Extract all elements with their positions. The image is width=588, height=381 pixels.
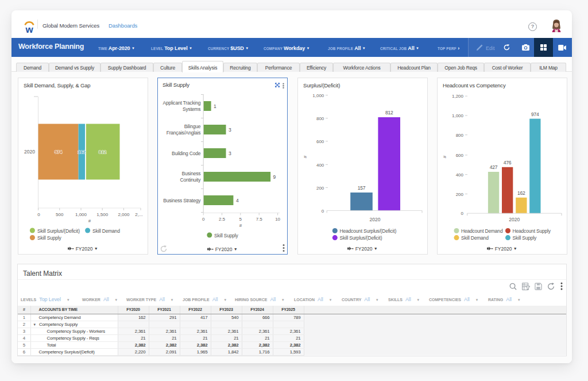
svg-text:Skill Supply: Skill Supply: [513, 235, 537, 241]
svg-text:Continuity: Continuity: [180, 177, 201, 183]
svg-text:4: 4: [236, 198, 239, 203]
svg-text:1: 1: [214, 103, 216, 109]
svg-text:0: 0: [461, 211, 464, 216]
svg-text:Skill Supply: Skill Supply: [214, 232, 238, 238]
svg-text:1,200: 1,200: [452, 94, 464, 99]
svg-text:Business Strategy: Business Strategy: [163, 198, 201, 203]
svg-text:200: 200: [456, 192, 464, 197]
svg-text:#: #: [239, 223, 242, 228]
svg-text:2,...: 2,...: [135, 212, 142, 217]
svg-text:Skill Surplus/(Deficit): Skill Surplus/(Deficit): [340, 235, 382, 241]
svg-text:2020: 2020: [24, 149, 35, 155]
svg-text:974: 974: [55, 149, 63, 155]
svg-text:800: 800: [456, 133, 464, 138]
svg-text:200: 200: [316, 186, 324, 191]
svg-text:2,000: 2,000: [118, 212, 130, 217]
svg-text:162: 162: [517, 190, 525, 196]
svg-text:Business: Business: [181, 171, 200, 176]
svg-text:600: 600: [316, 139, 324, 144]
svg-text:Skill Demand: Skill Demand: [461, 235, 489, 241]
svg-text:w: w: [25, 24, 33, 34]
svg-text:#: #: [303, 155, 308, 158]
svg-text:812: 812: [99, 149, 107, 155]
svg-text:974: 974: [531, 111, 539, 117]
svg-text:5: 5: [239, 217, 242, 222]
svg-text:157: 157: [358, 185, 366, 191]
svg-text:427: 427: [490, 164, 498, 170]
svg-text:500: 500: [56, 212, 64, 217]
svg-text:10: 10: [275, 217, 280, 222]
svg-text:Headcount Surplus/(Deficit): Headcount Surplus/(Deficit): [340, 228, 397, 234]
svg-text:2.5: 2.5: [218, 217, 225, 222]
svg-text:476: 476: [504, 160, 512, 166]
svg-text:3: 3: [229, 151, 231, 156]
svg-text:0: 0: [322, 209, 324, 214]
svg-text:3: 3: [229, 127, 231, 133]
svg-text:Building Code: Building Code: [171, 151, 200, 156]
svg-text:Applicant Tracking: Applicant Tracking: [163, 100, 200, 106]
svg-text:400: 400: [456, 172, 464, 178]
svg-text:Systems: Systems: [183, 106, 200, 112]
svg-text:812: 812: [385, 110, 393, 116]
svg-text:Skill Supply: Skill Supply: [37, 235, 61, 241]
svg-text:Headcount Demand: Headcount Demand: [461, 228, 503, 234]
svg-text:Edit: Edit: [486, 45, 495, 51]
svg-text:600: 600: [456, 153, 464, 158]
svg-text:Skill Demand: Skill Demand: [92, 228, 120, 234]
svg-text:0: 0: [202, 217, 204, 222]
svg-text:#: #: [88, 218, 91, 224]
svg-text:Skill Surplus/(Deficit): Skill Surplus/(Deficit): [37, 228, 80, 234]
svg-text:7.5: 7.5: [256, 217, 262, 222]
svg-text:400: 400: [316, 163, 324, 168]
svg-text:1,500: 1,500: [96, 212, 109, 217]
svg-text:0: 0: [37, 212, 40, 217]
svg-text:2020: 2020: [370, 217, 381, 222]
svg-text:2020: 2020: [509, 217, 520, 222]
svg-text:Headcount Supply: Headcount Supply: [513, 228, 551, 234]
svg-text:162: 162: [78, 149, 86, 155]
svg-text:1,000: 1,000: [452, 113, 464, 118]
svg-text:800: 800: [316, 116, 324, 121]
svg-text:#: #: [442, 155, 447, 158]
svg-text:9: 9: [273, 174, 276, 180]
svg-text:Français/Anglais: Français/Anglais: [166, 130, 200, 136]
svg-text:1,000: 1,000: [75, 212, 87, 217]
svg-text:Bilingue: Bilingue: [184, 124, 200, 129]
svg-text:1,000: 1,000: [312, 93, 324, 98]
